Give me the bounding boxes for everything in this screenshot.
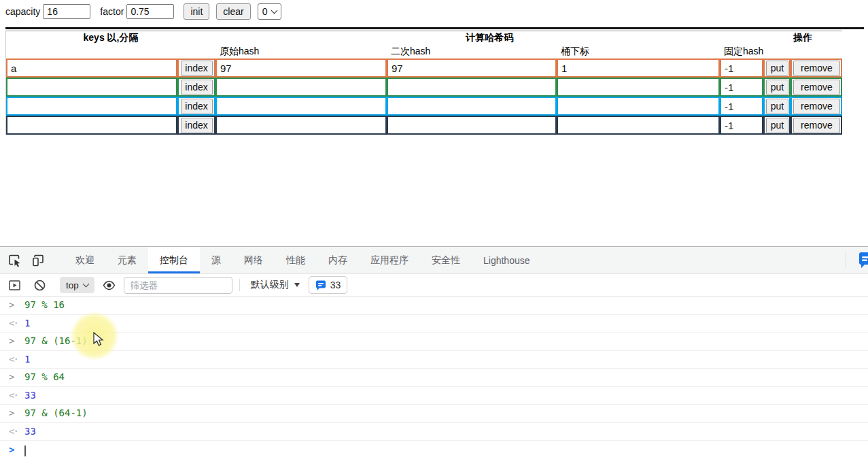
remove-button[interactable]: remove xyxy=(793,118,840,133)
bucket-index-input[interactable] xyxy=(558,98,718,114)
console-log: >97 % 16 <·1 >97 & (16-1) <·1 >97 % 64 <… xyxy=(0,297,868,461)
chevron-down-icon xyxy=(271,7,278,14)
devtools-tabs: 欢迎 元素 控制台 源 网络 性能 内存 应用程序 安全性 Lighthouse xyxy=(64,247,542,273)
put-button[interactable]: put xyxy=(766,80,788,95)
keys-group-header: keys 以,分隔 xyxy=(6,31,215,44)
console-filter-input[interactable] xyxy=(124,277,232,294)
tab-performance[interactable]: 性能 xyxy=(275,247,317,273)
table-top-rule xyxy=(5,27,864,29)
capacity-label: capacity xyxy=(5,6,40,17)
command-chevron-icon: > xyxy=(9,371,14,384)
inspect-icon[interactable] xyxy=(8,254,22,267)
command-chevron-icon: > xyxy=(9,407,14,420)
hash1-header: 原始hash xyxy=(215,44,387,58)
prompt-chevron-icon: > xyxy=(9,444,14,456)
factor-input[interactable] xyxy=(126,4,174,19)
console-result: <·33 xyxy=(0,387,868,405)
issues-counter[interactable]: 33 xyxy=(309,276,348,294)
result-arrow-icon: <· xyxy=(9,426,18,438)
key-input[interactable] xyxy=(7,60,176,76)
key-input[interactable] xyxy=(7,79,176,95)
console-command: >97 & (64-1) xyxy=(0,405,868,423)
secondary-hash-input[interactable] xyxy=(388,98,555,114)
index-button[interactable]: index xyxy=(181,61,213,76)
secondary-hash-input[interactable] xyxy=(388,60,555,76)
fixed-hash-input[interactable] xyxy=(721,60,762,76)
screen: { "form": { "capacity_label": "capacity"… xyxy=(0,0,868,470)
chevron-down-icon xyxy=(82,280,89,287)
table-group-header-row: keys 以,分隔 计算哈希码 操作 xyxy=(6,31,842,44)
device-toolbar-icon[interactable] xyxy=(31,254,45,267)
eye-icon[interactable] xyxy=(103,279,116,292)
remove-button[interactable]: remove xyxy=(793,99,840,114)
clear-button[interactable]: clear xyxy=(216,3,250,20)
feedback-bubble-icon[interactable] xyxy=(858,252,868,269)
tab-security[interactable]: 安全性 xyxy=(420,247,472,273)
bucket-index-input[interactable] xyxy=(558,79,718,95)
remove-button[interactable]: remove xyxy=(793,80,840,95)
original-hash-input[interactable] xyxy=(217,98,385,114)
hash-table: keys 以,分隔 计算哈希码 操作 原始hash 二次hash 桶下标 固定h… xyxy=(5,31,842,135)
secondary-hash-input[interactable] xyxy=(388,79,555,95)
tab-network[interactable]: 网络 xyxy=(232,247,275,273)
ops-group-header: 操作 xyxy=(763,31,842,44)
key-input[interactable] xyxy=(7,98,176,114)
tab-elements[interactable]: 元素 xyxy=(106,247,148,273)
index-button[interactable]: index xyxy=(181,99,213,114)
tab-lighthouse[interactable]: Lighthouse xyxy=(472,247,542,273)
result-arrow-icon: <· xyxy=(9,318,18,330)
fixed-hash-input[interactable] xyxy=(721,79,762,95)
tab-console[interactable]: 控制台 xyxy=(148,247,200,273)
bucket-index-input[interactable] xyxy=(558,60,718,76)
command-chevron-icon: > xyxy=(9,335,14,348)
issues-bubble-icon xyxy=(315,280,326,290)
log-level-label: 默认级别 xyxy=(251,279,289,291)
fixed-hash-input[interactable] xyxy=(721,98,762,114)
tab-memory[interactable]: 内存 xyxy=(317,247,359,273)
key-input[interactable] xyxy=(7,117,176,133)
log-level-selector[interactable]: 默认级别 xyxy=(251,279,300,291)
original-hash-input[interactable] xyxy=(217,79,385,95)
result-arrow-icon: <· xyxy=(9,354,18,366)
console-sidebar-icon[interactable] xyxy=(8,279,21,292)
tab-welcome[interactable]: 欢迎 xyxy=(64,247,106,273)
toolbar-divider xyxy=(239,279,240,291)
index-button[interactable]: index xyxy=(181,118,213,133)
index-button[interactable]: index xyxy=(181,80,213,95)
bucket-select[interactable]: 0 xyxy=(258,3,282,20)
table-row: index put remove xyxy=(6,116,842,135)
context-selector[interactable]: top xyxy=(60,277,94,293)
original-hash-input[interactable] xyxy=(217,117,385,133)
put-button[interactable]: put xyxy=(766,118,788,133)
capacity-input[interactable] xyxy=(43,4,90,19)
console-command: >97 & (16-1) xyxy=(0,333,868,351)
result-arrow-icon: <· xyxy=(9,390,18,402)
bucket-index-input[interactable] xyxy=(558,117,718,133)
tabbar-divider xyxy=(846,252,846,268)
tab-application[interactable]: 应用程序 xyxy=(359,247,420,273)
console-result: <·1 xyxy=(0,315,868,333)
console-command: >97 % 64 xyxy=(0,369,868,387)
tab-sources[interactable]: 源 xyxy=(200,247,232,273)
context-selector-value: top xyxy=(66,280,79,290)
table-row: index put remove xyxy=(6,78,842,97)
put-button[interactable]: put xyxy=(766,61,788,76)
console-prompt[interactable]: > xyxy=(0,441,868,461)
bucket-header: 桶下标 xyxy=(557,44,720,58)
clear-console-icon[interactable] xyxy=(33,279,46,292)
table-row: index put remove xyxy=(6,58,842,78)
issues-count: 33 xyxy=(330,280,341,290)
remove-button[interactable]: remove xyxy=(793,61,840,76)
init-button[interactable]: init xyxy=(184,3,209,20)
fixed-hash-input[interactable] xyxy=(721,117,762,133)
bucket-select-value: 0 xyxy=(262,6,268,17)
secondary-hash-input[interactable] xyxy=(388,117,555,133)
console-result: <·33 xyxy=(0,423,868,441)
original-hash-input[interactable] xyxy=(217,60,385,76)
put-button[interactable]: put xyxy=(766,99,788,114)
command-chevron-icon: > xyxy=(9,299,14,312)
hash2-header: 二次hash xyxy=(387,44,557,58)
chevron-down-icon xyxy=(294,283,300,287)
fixed-header: 固定hash xyxy=(720,44,763,58)
console-toolbar: top 默认级别 33 xyxy=(0,274,868,297)
